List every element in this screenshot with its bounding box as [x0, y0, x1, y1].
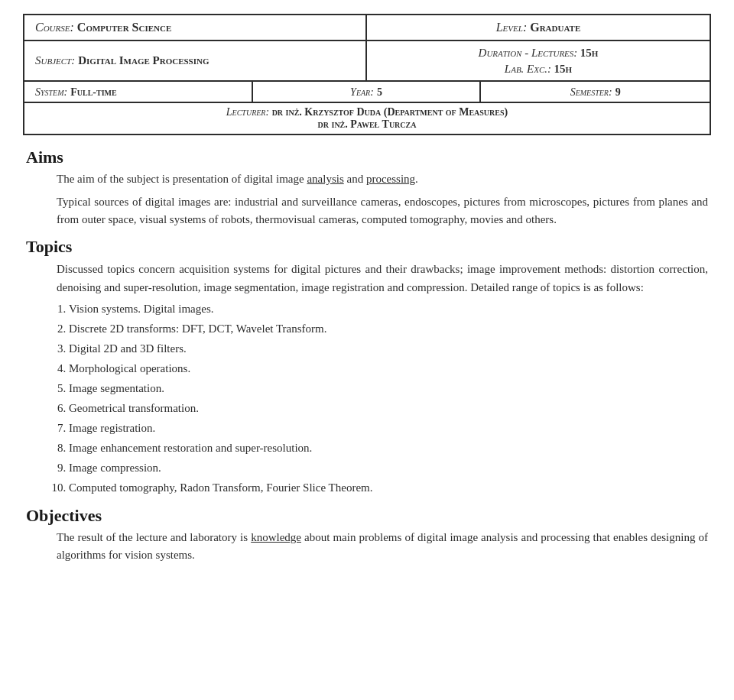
duration-cell: Duration - Lectures: 15h Lab. Exc.: 15h [367, 41, 710, 80]
main-content: Aims The aim of the subject is presentat… [23, 147, 711, 564]
aims-paragraph2: Typical sources of digital images are: i… [57, 193, 708, 228]
header-table: Course: Computer Science Level: Graduate… [23, 14, 711, 135]
list-item: Image enhancement restoration and super-… [69, 439, 708, 457]
topics-list: Vision systems. Digital images. Discrete… [69, 300, 708, 497]
system-cell: System: Full-time [24, 82, 253, 102]
subject-label: Subject: [35, 54, 75, 67]
list-item: Morphological operations. [69, 359, 708, 378]
semester-cell: Semester: 9 [481, 82, 710, 102]
topics-title: Topics [26, 237, 708, 257]
topics-section: Topics Discussed topics concern acquisit… [26, 237, 708, 497]
objectives-text: The result of the lecture and laboratory… [57, 529, 708, 563]
duration-value: 15h [580, 47, 599, 59]
lab-label: Lab. Exc.: [505, 63, 551, 75]
semester-value: 9 [615, 86, 621, 98]
system-row: System: Full-time Year: 5 Semester: 9 [24, 82, 710, 103]
year-value: 5 [377, 86, 382, 98]
year-label: Year: [350, 86, 374, 98]
lecturer-value: dr inż. Krzysztof Duda (Department of Me… [272, 106, 508, 118]
duration-label: Duration - Lectures: [479, 47, 578, 59]
objectives-underline-knowledge: knowledge [251, 531, 301, 543]
level-label: Level: [496, 21, 528, 34]
aims-underline-analysis: analysis [307, 173, 343, 185]
page: Course: Computer Science Level: Graduate… [0, 0, 734, 700]
list-item: Image registration. [69, 419, 708, 437]
list-item: Geometrical transformation. [69, 399, 708, 417]
system-value: Full-time [70, 86, 116, 98]
course-cell: Course: Computer Science [24, 15, 367, 40]
level-value: Graduate [530, 21, 580, 34]
list-item: Image segmentation. [69, 379, 708, 397]
system-label: System: [35, 86, 67, 98]
topics-content: Discussed topics concern acquisition sys… [57, 260, 708, 497]
objectives-title: Objectives [26, 506, 708, 526]
course-label: Course: [35, 21, 74, 34]
subject-cell: Subject: Digital Image Processing [24, 41, 367, 80]
level-cell: Level: Graduate [367, 15, 710, 40]
list-item: Discrete 2D transforms: DFT, DCT, Wavele… [69, 319, 708, 338]
lecturer-line2-cell: dr inż. Paweł Turcza [35, 118, 699, 131]
lecturer-label: Lecturer: [226, 106, 269, 118]
aims-title: Aims [26, 147, 708, 167]
list-item: Vision systems. Digital images. [69, 300, 708, 318]
objectives-section: Objectives The result of the lecture and… [26, 506, 708, 563]
list-item: Computed tomography, Radon Transform, Fo… [69, 478, 708, 497]
lecturer-cell: Lecturer: dr inż. Krzysztof Duda (Depart… [24, 103, 710, 134]
aims-underline-processing: processing [366, 173, 415, 185]
list-item: Digital 2D and 3D filters. [69, 339, 708, 358]
subject-value: Digital Image Processing [78, 54, 209, 67]
semester-label: Semester: [570, 86, 612, 98]
lecturer-line2: dr inż. Paweł Turcza [318, 118, 417, 130]
list-item: Image compression. [69, 459, 708, 477]
course-value: Computer Science [77, 21, 171, 34]
aims-section: Aims The aim of the subject is presentat… [26, 147, 708, 228]
aims-paragraph1: The aim of the subject is presentation o… [57, 170, 708, 188]
topics-intro: Discussed topics concern acquisition sys… [57, 260, 708, 297]
year-cell: Year: 5 [253, 82, 482, 102]
lab-value: 15h [554, 63, 573, 75]
